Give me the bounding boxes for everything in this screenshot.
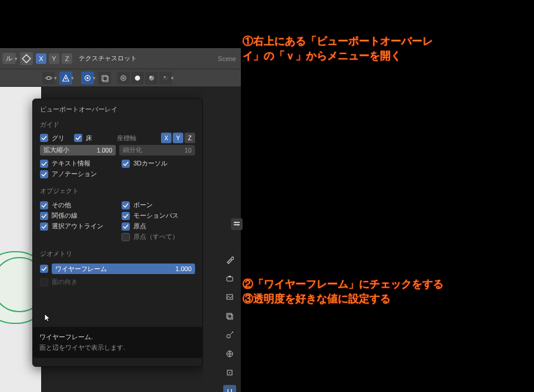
- render-icon[interactable]: [223, 272, 236, 285]
- geometry-heading: ジオメトリ: [40, 250, 195, 258]
- overlay-toggle-icon[interactable]: [81, 72, 94, 85]
- scale-field[interactable]: 拡大縮小1.000: [40, 145, 116, 156]
- chevron-down-icon: ▾: [93, 75, 96, 81]
- guides-row: グリ 床 座標軸 X Y Z: [40, 133, 195, 143]
- mirror-z-toggle[interactable]: Z: [62, 53, 72, 64]
- tooltip-title: ワイヤーフレーム.: [39, 333, 196, 342]
- gizmo-toggle-icon[interactable]: [59, 72, 72, 85]
- svg-point-11: [150, 76, 152, 77]
- svg-point-24: [232, 332, 233, 333]
- axis-z-toggle[interactable]: Z: [184, 133, 195, 143]
- svg-point-5: [86, 77, 89, 79]
- faceorient-checkbox[interactable]: [40, 278, 48, 286]
- annotation-2-text: ②「ワイヤーフレーム」にチェックをする: [243, 278, 444, 290]
- blender-ui: ル ▾ X Y Z テクスチャスロット Scene ▾ ▾ ▾ ▾ ビューポート…: [0, 48, 241, 392]
- relations-label: 関係の線: [52, 211, 78, 220]
- wireframe-checkbox[interactable]: [40, 265, 48, 273]
- svg-rect-19: [229, 276, 231, 277]
- chevron-down-icon: ▾: [15, 56, 18, 62]
- axis-x-toggle[interactable]: X: [161, 133, 172, 143]
- bones-checkbox[interactable]: [122, 201, 130, 209]
- svg-point-13: [164, 76, 166, 77]
- svg-point-12: [163, 75, 169, 80]
- object-data-icon[interactable]: [223, 366, 236, 379]
- mirror-y-toggle[interactable]: Y: [49, 53, 59, 64]
- svg-point-3: [65, 77, 67, 79]
- axes-label: 座標軸: [117, 134, 136, 143]
- shading-solid-icon[interactable]: [131, 72, 144, 85]
- guides-heading: ガイド: [40, 121, 195, 129]
- annotations-checkbox[interactable]: [40, 170, 48, 178]
- texture-slot-label[interactable]: テクスチャスロット: [79, 54, 137, 63]
- modifier-icon[interactable]: [223, 385, 236, 392]
- svg-point-16: [235, 222, 237, 224]
- relations-checkbox[interactable]: [40, 212, 48, 220]
- svg-rect-21: [227, 313, 231, 318]
- annotation-3: ③透明度を好きな値に設定する: [243, 292, 391, 306]
- annotation-2: ②「ワイヤーフレーム」にチェックをする: [243, 277, 444, 292]
- svg-point-17: [237, 224, 239, 226]
- svg-point-9: [135, 75, 140, 80]
- properties-top-icons: [232, 218, 241, 230]
- output-icon[interactable]: [223, 291, 236, 304]
- svg-point-23: [227, 334, 230, 338]
- visibility-icon[interactable]: [42, 72, 55, 85]
- annotations-label: アノテーション: [52, 170, 97, 178]
- origins-all-label: 原点（すべて）: [133, 232, 179, 241]
- popover-title: ビューポートオーバーレイ: [40, 105, 195, 114]
- svg-rect-18: [227, 277, 233, 281]
- grid-label: グリ: [52, 134, 65, 143]
- chevron-down-icon: ▾: [54, 75, 57, 81]
- overlay-toolbar: ▾ ▾ ▾ ▾: [0, 69, 241, 87]
- annotation-1-line2: イ」の「ｖ」からメニューを開く: [243, 50, 401, 62]
- tool-icon[interactable]: [223, 254, 236, 266]
- outline-checkbox[interactable]: [40, 222, 48, 231]
- motionpaths-label: モーションパス: [133, 211, 179, 220]
- origins-label: 原点: [133, 222, 146, 231]
- chevron-down-icon: ▾: [171, 75, 174, 81]
- faceorient-row: 面の向き: [40, 278, 195, 286]
- scale-subdiv-row: 拡大縮小1.000 細分化10: [40, 145, 195, 156]
- annotation-3-text: ③透明度を好きな値に設定する: [243, 293, 391, 305]
- annotation-1: ①右上にある「ビューポートオーバーレ イ」の「ｖ」からメニューを開く: [243, 34, 433, 63]
- view-dropdown[interactable]: ル: [2, 53, 16, 64]
- extras-checkbox[interactable]: [40, 201, 48, 209]
- shading-render-icon[interactable]: [159, 72, 172, 85]
- textinfo-label: テキスト情報: [52, 159, 90, 168]
- tooltip-desc: 面と辺をワイヤで表示します.: [39, 344, 196, 352]
- scene-icon[interactable]: [223, 329, 236, 342]
- mouse-cursor-icon: [43, 313, 53, 322]
- svg-point-2: [47, 76, 50, 79]
- shading-wire-icon[interactable]: [117, 72, 130, 85]
- xray-toggle-icon[interactable]: [98, 72, 111, 85]
- motionpaths-checkbox[interactable]: [122, 212, 130, 220]
- cursor3d-label: 3Dカーソル: [133, 159, 167, 168]
- chevron-down-icon: ▾: [71, 75, 74, 81]
- outline-label: 選択アウトライン: [52, 222, 103, 231]
- origins-all-checkbox[interactable]: [122, 233, 130, 241]
- floor-checkbox[interactable]: [74, 134, 82, 142]
- options-icon[interactable]: [231, 218, 243, 230]
- floor-label: 床: [86, 134, 92, 143]
- scene-label: Scene: [218, 55, 236, 62]
- faceorient-label: 面の向き: [52, 278, 78, 286]
- annotation-1-line1: ①右上にある「ビューポートオーバーレ: [243, 35, 433, 47]
- objects-heading: オブジェクト: [40, 187, 195, 195]
- world-icon[interactable]: [223, 347, 236, 360]
- properties-tab-rail: [221, 254, 239, 392]
- viewlayer-icon[interactable]: [223, 310, 236, 323]
- extras-label: その他: [52, 201, 71, 209]
- origins-checkbox[interactable]: [122, 222, 130, 231]
- cursor3d-checkbox[interactable]: [122, 160, 130, 168]
- wireframe-slider[interactable]: ワイヤーフレーム 1.000: [52, 263, 195, 274]
- wireframe-label: ワイヤーフレーム: [55, 265, 107, 273]
- shading-matprev-icon[interactable]: [145, 72, 158, 85]
- grid-checkbox[interactable]: [40, 134, 48, 142]
- axis-y-toggle[interactable]: Y: [173, 133, 183, 143]
- textinfo-checkbox[interactable]: [40, 160, 48, 168]
- symmetry-icon[interactable]: [20, 52, 33, 65]
- subdiv-field[interactable]: 細分化10: [119, 145, 195, 156]
- mirror-x-toggle[interactable]: X: [36, 53, 46, 64]
- tooltip: ワイヤーフレーム. 面と辺をワイヤで表示します.: [32, 327, 203, 358]
- svg-point-10: [149, 75, 155, 80]
